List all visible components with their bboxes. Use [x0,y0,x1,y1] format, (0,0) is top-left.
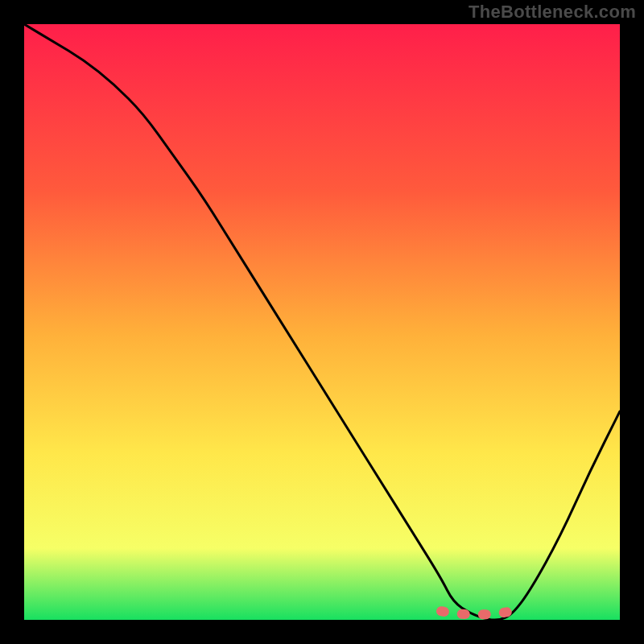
plot-background [24,24,620,620]
watermark-label: TheBottleneck.com [469,2,636,23]
bottleneck-chart [24,24,620,620]
chart-frame: TheBottleneck.com [0,0,644,644]
